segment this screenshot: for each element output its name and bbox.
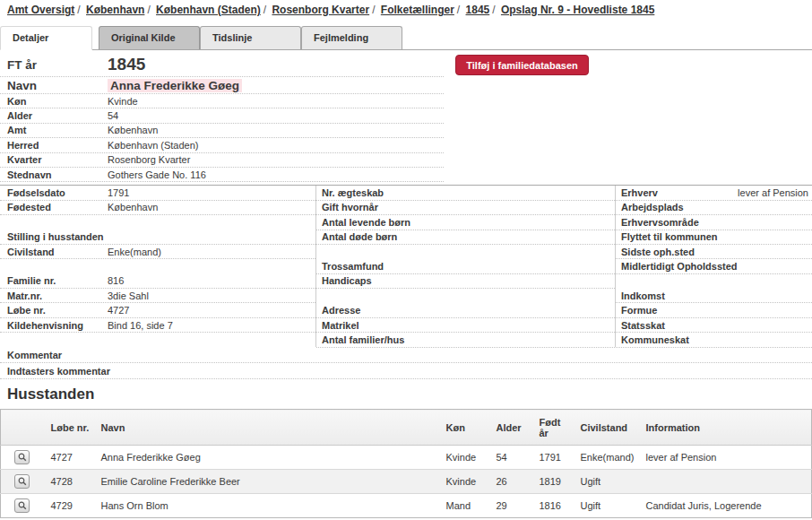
field-fodested: FødestedKøbenhavn bbox=[0, 201, 315, 215]
column-header-alder: Alder bbox=[489, 410, 532, 446]
field-label: Erhverv bbox=[621, 187, 658, 198]
view-record-button[interactable] bbox=[14, 450, 30, 464]
cell-fodt-ar: 1816 bbox=[532, 494, 574, 518]
view-record-button[interactable] bbox=[14, 498, 30, 513]
magnifier-icon bbox=[18, 477, 27, 486]
cell-civilstand: Ugift bbox=[574, 470, 639, 494]
breadcrumb-separator: / bbox=[457, 4, 460, 16]
magnifier-icon bbox=[18, 501, 27, 510]
field-label: Køn bbox=[7, 96, 108, 107]
field-handicaps: Handicaps bbox=[316, 274, 615, 289]
column-header-civilstand: Civilstand bbox=[574, 410, 639, 446]
field-label: Flyttet til kommunen bbox=[621, 231, 718, 242]
field-value: Bind 16, side 7 bbox=[108, 320, 173, 331]
field-label: Sidste oph.sted bbox=[621, 247, 695, 257]
cell-civilstand: Enke(mand) bbox=[574, 446, 639, 470]
view-record-button[interactable] bbox=[14, 474, 30, 489]
spacer bbox=[316, 245, 615, 259]
field-adresse: Adresse bbox=[316, 303, 615, 317]
column-header-information: Information bbox=[639, 410, 812, 446]
cell-alder: 29 bbox=[489, 494, 532, 518]
field-label: Kvarter bbox=[7, 154, 108, 165]
field-kildehenvisning: KildehenvisningBind 16, side 7 bbox=[0, 318, 315, 333]
field-ft-year: FT år 1845 bbox=[0, 53, 444, 77]
field-label: Indkomst bbox=[621, 290, 665, 301]
cell-information: lever af Pension bbox=[639, 446, 812, 470]
field-value: 816 bbox=[108, 275, 124, 286]
field-label: Stednavn bbox=[7, 169, 108, 180]
column-header-navn: Navn bbox=[94, 410, 439, 446]
cell-information bbox=[639, 470, 812, 494]
breadcrumb-link-folketaellinger[interactable]: Folketællinger bbox=[381, 4, 454, 16]
field-stilling-i-husstanden: Stilling i husstanden bbox=[0, 230, 315, 245]
field-label: Amt bbox=[7, 125, 108, 135]
field-flyttet-til-kommunen: Flyttet til kommunen bbox=[616, 230, 812, 245]
magnifier-icon bbox=[18, 453, 27, 462]
breadcrumb-link-kvarter[interactable]: Rosenborg Kvarter bbox=[272, 4, 369, 16]
field-matr-nr: Matr.nr.3die Sahl bbox=[0, 289, 315, 303]
cell-lobe-nr: 4727 bbox=[44, 446, 94, 470]
field-fodselsdato: Fødselsdato1791 bbox=[0, 186, 315, 200]
field-label: Matrikel bbox=[322, 320, 359, 331]
cell-lobe-nr: 4728 bbox=[44, 470, 94, 494]
household-table: Løbe nr. Navn Køn Alder Født år Civilsta… bbox=[0, 409, 812, 518]
field-label: Midlertidigt Opholdssted bbox=[621, 261, 738, 272]
tab-detaljer[interactable]: Detaljer bbox=[0, 26, 92, 50]
spacer bbox=[0, 259, 315, 273]
cell-fodt-ar: 1819 bbox=[532, 470, 574, 494]
cell-kon: Kvinde bbox=[439, 470, 489, 494]
field-label: Stilling i husstanden bbox=[7, 231, 108, 242]
field-label: Matr.nr. bbox=[7, 290, 108, 301]
field-label: Navn bbox=[7, 79, 108, 92]
field-civilstand: CivilstandEnke(mand) bbox=[0, 245, 315, 259]
field-nr-aegteskab: Nr. ægteskab bbox=[316, 186, 615, 200]
cell-navn: Hans Orn Blom bbox=[94, 494, 439, 518]
add-to-family-db-button[interactable]: Tilføj i familiedatabasen bbox=[455, 55, 589, 75]
cell-fodt-ar: 1791 bbox=[532, 446, 574, 470]
breadcrumb-separator: / bbox=[492, 4, 495, 16]
field-antal-dode-born: Antal døde børn bbox=[316, 230, 615, 245]
field-value: Kvinde bbox=[108, 96, 138, 107]
field-herred: Herred København (Staden) bbox=[0, 138, 444, 152]
field-familie-nr: Familie nr.816 bbox=[0, 274, 315, 289]
field-label: Gift hvornår bbox=[322, 202, 378, 212]
tab-fejlmelding[interactable]: Fejlmelding bbox=[301, 26, 402, 49]
field-value: Rosenborg Kvarter bbox=[108, 154, 190, 165]
field-label: Antal levende børn bbox=[322, 217, 410, 228]
breadcrumb-link-amt-oversigt[interactable]: Amt Oversigt bbox=[7, 4, 74, 16]
field-value: lever af Pension bbox=[738, 187, 808, 198]
table-row: 4728 Emilie Caroline Frederikke Beer Kvi… bbox=[1, 470, 812, 494]
field-label: Formue bbox=[621, 305, 657, 316]
tab-bar: Detaljer Original Kilde Tidslinje Fejlme… bbox=[0, 26, 812, 50]
column-header-actions bbox=[1, 410, 44, 446]
field-value: 1791 bbox=[108, 187, 129, 198]
field-label: Kildehenvisning bbox=[7, 320, 108, 331]
breadcrumb-link-year[interactable]: 1845 bbox=[466, 4, 490, 16]
field-alder: Alder 54 bbox=[0, 108, 444, 123]
field-kommuneskat: Kommuneskat bbox=[616, 333, 812, 347]
cell-information: Candidat Juris, Logerende bbox=[639, 494, 812, 518]
field-kommentar: Kommentar bbox=[0, 347, 812, 363]
field-value: 1845 bbox=[108, 55, 145, 74]
spacer bbox=[616, 274, 812, 289]
field-label: Kommentar bbox=[7, 350, 62, 360]
field-value: 4727 bbox=[108, 305, 129, 316]
field-label: Handicaps bbox=[322, 275, 372, 286]
tab-original-kilde[interactable]: Original Kilde bbox=[99, 26, 200, 49]
breadcrumb-link-opslag[interactable]: Opslag Nr. 9 - Hovedliste 1845 bbox=[501, 4, 654, 16]
field-label: Arbejdsplads bbox=[621, 202, 684, 212]
field-label: Kommuneskat bbox=[621, 334, 689, 345]
field-lobe-nr: Løbe nr.4727 bbox=[0, 303, 315, 317]
tab-tidslinje[interactable]: Tidslinje bbox=[200, 26, 301, 49]
field-label: Antal familier/hus bbox=[322, 334, 404, 345]
breadcrumb-link-amt[interactable]: København bbox=[86, 4, 144, 16]
breadcrumb-link-herred[interactable]: København (Staden) bbox=[156, 4, 261, 16]
spacer bbox=[316, 289, 615, 303]
field-antal-levende-born: Antal levende børn bbox=[316, 215, 615, 230]
breadcrumb-separator: / bbox=[372, 4, 375, 16]
field-label: FT år bbox=[7, 58, 108, 72]
field-value: København bbox=[108, 125, 158, 135]
spacer bbox=[0, 215, 315, 230]
field-value: 3die Sahl bbox=[108, 290, 149, 301]
breadcrumb: Amt Oversigt/ København/ København (Stad… bbox=[0, 0, 812, 16]
